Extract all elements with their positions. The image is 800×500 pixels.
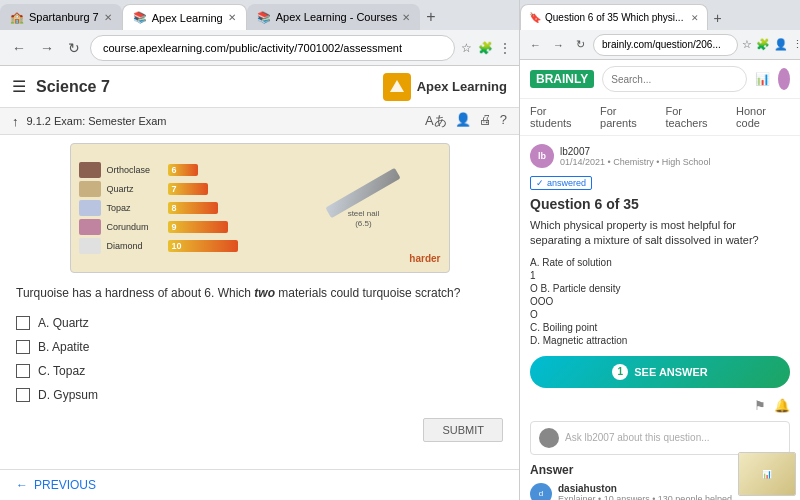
brainly-nav: For students For parents For teachers Ho… — [520, 99, 800, 136]
orthoclase-image — [79, 162, 101, 178]
see-answer-label: SEE ANSWER — [634, 366, 708, 378]
apex-footer: ← PREVIOUS — [0, 469, 519, 500]
ask-input-placeholder: Ask lb2007 about this question... — [565, 432, 781, 443]
brainly-address-input[interactable] — [593, 34, 738, 56]
brainly-tabs: 🔖 Question 6 of 35 Which physi... ✕ + — [520, 0, 800, 30]
orthoclase-bar: 6 — [168, 164, 198, 176]
see-answer-button[interactable]: 1 SEE ANSWER — [530, 356, 790, 388]
mohs-row-diamond: Diamond 10 — [79, 238, 271, 254]
checkbox-a[interactable] — [16, 316, 30, 330]
new-tab-button[interactable]: + — [420, 4, 441, 30]
option-a: A. Quartz — [16, 316, 503, 330]
mohs-minerals-list: Orthoclase 6 Quartz 7 Topaz 8 — [71, 144, 279, 272]
diamond-label: Diamond — [107, 241, 162, 251]
question-text: Turquoise has a hardness of about 6. Whi… — [16, 285, 503, 302]
harder-label: harder — [409, 253, 440, 264]
question-user-info: lb2007 01/14/2021 • Chemistry • High Sch… — [560, 146, 710, 167]
brainly-tab-close[interactable]: ✕ — [691, 13, 699, 23]
apex-logo-text: Apex Learning — [417, 79, 507, 94]
see-answer-icon: 1 — [612, 364, 628, 380]
hamburger-menu[interactable]: ☰ — [12, 77, 26, 96]
nav-for-students[interactable]: For students — [530, 105, 588, 129]
corundum-bar: 9 — [168, 221, 228, 233]
breadcrumb-up-icon: ↑ — [12, 114, 19, 129]
menu-icon[interactable]: ⋮ — [499, 41, 511, 55]
nav-honor-code[interactable]: Honor code — [736, 105, 790, 129]
brainly-logo: BRAINLY — [530, 70, 594, 88]
tab-close-apex-courses[interactable]: ✕ — [402, 12, 410, 23]
brainly-back-button[interactable]: ← — [526, 37, 545, 53]
extensions-icon[interactable]: 🧩 — [478, 41, 493, 55]
brainly-star-icon[interactable]: ☆ — [742, 38, 752, 51]
left-browser-panel: 🏫 Spartanburg 7 ✕ 📚 Apex Learning ✕ 📚 Ap… — [0, 0, 520, 500]
tab-apex[interactable]: 📚 Apex Learning ✕ — [122, 4, 247, 30]
question-number: Question 6 of 35 — [530, 196, 790, 212]
corundum-label: Corundum — [107, 222, 162, 232]
checkbox-c[interactable] — [16, 364, 30, 378]
checkbox-b[interactable] — [16, 340, 30, 354]
refresh-button[interactable]: ↻ — [64, 38, 84, 58]
nail-label: steel nail(6.5) — [348, 209, 380, 230]
answer-user-info: dasiahuston Explainer • 10 answers • 130… — [558, 483, 732, 500]
mohs-row-orthoclase: Orthoclase 6 — [79, 162, 271, 178]
option-c: C. Topaz — [16, 364, 503, 378]
quartz-bar: 7 — [168, 183, 208, 195]
help-icon[interactable]: ? — [500, 112, 507, 130]
person-icon[interactable]: 👤 — [455, 112, 471, 130]
tab-close-apex[interactable]: ✕ — [228, 12, 236, 23]
brainly-forward-button[interactable]: → — [549, 37, 568, 53]
brainly-ext-icon[interactable]: 🧩 — [756, 38, 770, 51]
mohs-row-quartz: Quartz 7 — [79, 181, 271, 197]
mohs-row-corundum: Corundum 9 — [79, 219, 271, 235]
brainly-tab-icon: 🔖 — [529, 12, 541, 23]
topaz-bar: 8 — [168, 202, 218, 214]
brainly-tab-label: Question 6 of 35 Which physi... — [545, 12, 683, 23]
checkmark-icon: ✓ — [536, 178, 544, 188]
print-icon[interactable]: 🖨 — [479, 112, 492, 130]
brainly-new-tab[interactable]: + — [708, 6, 726, 30]
star-icon[interactable]: ☆ — [461, 41, 472, 55]
brainly-avatar-icon[interactable]: 👤 — [774, 38, 788, 51]
apex-subheader: ↑ 9.1.2 Exam: Semester Exam Aあ 👤 🖨 ? — [0, 108, 519, 135]
option-d: D. Gypsum — [16, 388, 503, 402]
answer-user-name: dasiahuston — [558, 483, 732, 494]
address-input-left[interactable] — [90, 35, 455, 61]
thumbnail-preview: 📊 — [738, 452, 796, 496]
ask-row[interactable]: Ask lb2007 about this question... — [530, 421, 790, 455]
mohs-hardness-image: Orthoclase 6 Quartz 7 Topaz 8 — [70, 143, 450, 273]
back-button[interactable]: ← — [8, 38, 30, 58]
forward-button[interactable]: → — [36, 38, 58, 58]
diamond-image — [79, 238, 101, 254]
brainly-search-input[interactable] — [602, 66, 747, 92]
brainly-site-header: BRAINLY 📊 — [520, 60, 800, 99]
topaz-image — [79, 200, 101, 216]
question-user-name: lb2007 — [560, 146, 710, 157]
brainly-menu-icon[interactable]: ⋮ — [792, 38, 800, 51]
mohs-row-topaz: Topaz 8 — [79, 200, 271, 216]
tab-spartanburg[interactable]: 🏫 Spartanburg 7 ✕ — [0, 4, 122, 30]
brainly-option-b: O B. Particle density — [530, 283, 790, 294]
brainly-refresh-button[interactable]: ↻ — [572, 36, 589, 53]
submit-row: SUBMIT — [16, 418, 503, 442]
translate-icon[interactable]: Aあ — [425, 112, 447, 130]
brainly-user-avatar-header[interactable] — [778, 68, 790, 90]
tab-icon-spartanburg: 🏫 — [10, 11, 24, 24]
brainly-option-b-o: O — [530, 309, 790, 320]
answer-user-avatar: d — [530, 483, 552, 500]
flag-icon[interactable]: ⚑ — [754, 398, 766, 413]
previous-link[interactable]: PREVIOUS — [34, 478, 96, 492]
browser-tabs-left: 🏫 Spartanburg 7 ✕ 📚 Apex Learning ✕ 📚 Ap… — [0, 0, 519, 30]
bell-icon[interactable]: 🔔 — [774, 398, 790, 413]
submit-button[interactable]: SUBMIT — [423, 418, 503, 442]
nav-for-teachers[interactable]: For teachers — [665, 105, 724, 129]
tab-apex-courses[interactable]: 📚 Apex Learning - Courses ✕ — [247, 4, 421, 30]
checkbox-d[interactable] — [16, 388, 30, 402]
answer-user-meta: Explainer • 10 answers • 130 people help… — [558, 494, 732, 500]
tab-close-spartanburg[interactable]: ✕ — [104, 12, 112, 23]
nav-for-parents[interactable]: For parents — [600, 105, 653, 129]
brainly-tab-question[interactable]: 🔖 Question 6 of 35 Which physi... ✕ — [520, 4, 708, 30]
option-d-label: D. Gypsum — [38, 388, 98, 402]
address-bar-left: ← → ↻ ☆ 🧩 ⋮ — [0, 30, 519, 66]
topaz-label: Topaz — [107, 203, 162, 213]
question-bold: two — [254, 286, 275, 300]
